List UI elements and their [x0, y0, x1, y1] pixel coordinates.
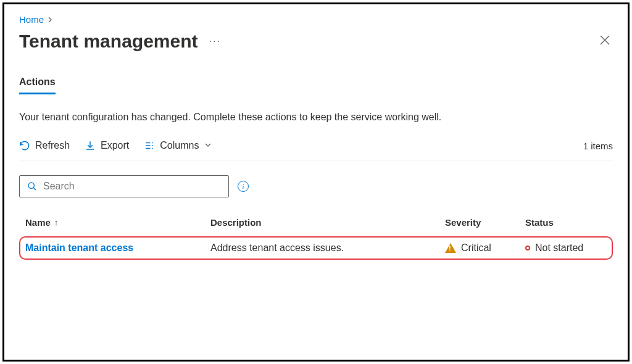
- close-icon[interactable]: [597, 31, 613, 52]
- status-value: Not started: [535, 242, 583, 254]
- info-icon[interactable]: i: [238, 181, 249, 192]
- column-header-severity[interactable]: Severity: [445, 217, 525, 228]
- action-name-link[interactable]: Maintain tenant access: [25, 242, 133, 254]
- column-header-name[interactable]: Name ↑: [25, 217, 210, 228]
- breadcrumb: Home: [19, 14, 613, 25]
- warning-icon: [445, 243, 456, 253]
- column-header-description[interactable]: Description: [210, 217, 445, 228]
- search-input[interactable]: [43, 181, 221, 192]
- search-icon: [27, 181, 37, 191]
- status-dot-icon: [525, 246, 530, 250]
- download-icon: [85, 140, 96, 151]
- refresh-icon: [19, 140, 30, 151]
- page-title: Tenant management: [19, 31, 198, 52]
- chevron-down-icon: [205, 141, 211, 150]
- action-description: Address tenant access issues.: [210, 242, 445, 254]
- refresh-button[interactable]: Refresh: [19, 140, 70, 151]
- columns-icon: [144, 140, 155, 151]
- item-count: 1 items: [583, 141, 613, 151]
- export-button[interactable]: Export: [85, 140, 129, 151]
- table-row[interactable]: Maintain tenant access Address tenant ac…: [25, 242, 607, 254]
- tab-actions[interactable]: Actions: [19, 77, 56, 94]
- column-header-status[interactable]: Status: [525, 217, 607, 228]
- svg-point-0: [28, 183, 34, 188]
- export-label: Export: [101, 140, 129, 151]
- more-actions-icon[interactable]: ···: [209, 36, 221, 47]
- refresh-label: Refresh: [35, 140, 70, 151]
- table-header: Name ↑ Description Severity Status: [19, 217, 613, 236]
- columns-button[interactable]: Columns: [144, 140, 211, 151]
- sort-ascending-icon: ↑: [54, 218, 59, 227]
- severity-value: Critical: [461, 242, 491, 254]
- chevron-right-icon: [48, 15, 54, 25]
- info-message: Your tenant configuration has changed. C…: [19, 112, 613, 123]
- search-box[interactable]: [19, 175, 229, 197]
- breadcrumb-home-link[interactable]: Home: [19, 14, 44, 25]
- columns-label: Columns: [160, 140, 199, 151]
- highlighted-row: Maintain tenant access Address tenant ac…: [19, 236, 613, 260]
